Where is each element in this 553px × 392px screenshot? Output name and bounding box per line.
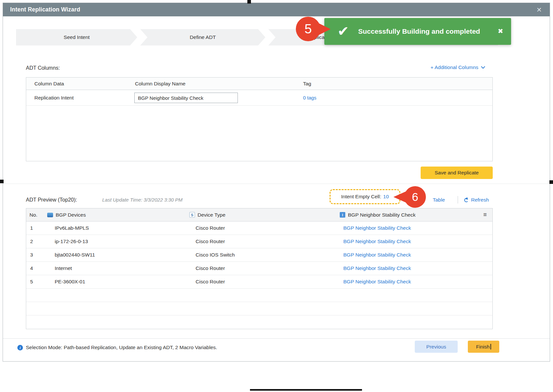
toast-close-icon[interactable]: ✖ bbox=[498, 27, 503, 35]
cell-device-type: Cisco Router bbox=[188, 222, 338, 235]
header-device-type: S Device Type bbox=[188, 208, 338, 221]
cell-no: 1 bbox=[26, 222, 45, 235]
step-define-adt[interactable]: Define ADT bbox=[140, 29, 265, 45]
intent-replication-wizard-dialog: Intent Replication Wizard ✕ Seed Intent … bbox=[3, 3, 550, 362]
table-row: 1 IPv6Lab-MPLS Cisco Router BGP Neighbor… bbox=[26, 222, 492, 235]
cell-menu bbox=[478, 262, 492, 275]
section-divider bbox=[3, 184, 550, 184]
refresh-label: Refresh bbox=[471, 197, 489, 203]
table-row-empty bbox=[26, 302, 492, 315]
table-row: 4 Internet Cisco Router BGP Neighbor Sta… bbox=[26, 262, 492, 275]
additional-columns-link[interactable]: + Additional Columns bbox=[430, 64, 485, 70]
info-icon: i bbox=[17, 345, 23, 350]
header-intent-label: BGP Neighbor Stability Check bbox=[348, 212, 415, 218]
success-toast: ✔ Successfully Building and completed ✖ bbox=[324, 18, 511, 45]
selection-mode-text: Selection Mode: Path-based Replication, … bbox=[26, 342, 217, 353]
intent-link[interactable]: BGP Neighbor Stability Check bbox=[343, 239, 411, 244]
device-icon bbox=[47, 213, 53, 217]
check-icon: ✔ bbox=[337, 25, 349, 38]
intent-empty-cell-label: Intent Empty Cell: bbox=[341, 194, 381, 200]
toast-message: Successfully Building and completed bbox=[358, 27, 480, 35]
cell-menu bbox=[478, 222, 492, 235]
refresh-link[interactable]: Refresh bbox=[464, 193, 489, 207]
previous-button[interactable]: Previous bbox=[415, 341, 458, 353]
cell-device: Internet bbox=[45, 262, 188, 275]
adt-columns-row: Replication Intent 0 tags bbox=[26, 90, 492, 106]
table-row: 2 ip-172-26-0-13 Cisco Router BGP Neighb… bbox=[26, 235, 492, 248]
cell-no: 5 bbox=[26, 275, 45, 288]
table-row-empty bbox=[26, 289, 492, 302]
cell-device-type: Cisco Router bbox=[188, 275, 338, 288]
cell-device: bjta002440-SW11 bbox=[45, 248, 188, 261]
annotation-callout-6: 6 bbox=[404, 186, 426, 208]
cell-device-type: Cisco Router bbox=[188, 262, 338, 275]
screen: Intent Replication Wizard ✕ Seed Intent … bbox=[0, 0, 553, 392]
column-menu-icon[interactable]: ≡ bbox=[478, 208, 492, 221]
intent-type-icon: I bbox=[340, 212, 345, 218]
dialog-titlebar: Intent Replication Wizard ✕ bbox=[3, 3, 550, 16]
finish-button-label: Finish bbox=[476, 344, 489, 350]
table-row-empty bbox=[26, 315, 492, 329]
intent-link[interactable]: BGP Neighbor Stability Check bbox=[343, 252, 411, 258]
callout-number: 6 bbox=[412, 190, 418, 204]
callout-number: 5 bbox=[304, 22, 312, 36]
selection-line bbox=[250, 389, 362, 391]
finish-button[interactable]: Finish bbox=[468, 341, 499, 353]
text-cursor bbox=[490, 344, 491, 349]
selection-handle-left[interactable] bbox=[0, 180, 4, 183]
intent-empty-cell-value: 10 bbox=[383, 194, 389, 200]
save-and-replicate-button[interactable]: Save and Replicate bbox=[421, 167, 493, 179]
toolbar-divider bbox=[458, 196, 458, 204]
table-row: 3 bjta002440-SW11 Cisco IOS Switch BGP N… bbox=[26, 248, 492, 262]
annotation-callout-5: 5 bbox=[296, 17, 320, 41]
header-column-data: Column Data bbox=[34, 78, 64, 90]
cell-device: ip-172-26-0-13 bbox=[45, 235, 188, 248]
cell-no: 4 bbox=[26, 262, 45, 275]
cell-menu bbox=[478, 275, 492, 288]
header-no: No. bbox=[26, 208, 45, 221]
intent-link[interactable]: BGP Neighbor Stability Check bbox=[343, 225, 411, 231]
table-link[interactable]: Table bbox=[433, 193, 445, 207]
adt-columns-label: ADT Columns: bbox=[26, 65, 60, 71]
header-display-name: Column Display Name bbox=[135, 78, 185, 90]
cell-device-type: Cisco IOS Switch bbox=[188, 248, 338, 261]
additional-columns-text: + Additional Columns bbox=[430, 64, 478, 70]
cell-device-type: Cisco Router bbox=[188, 235, 338, 248]
header-bgp-devices-label: BGP Devices bbox=[56, 212, 86, 218]
intent-empty-cell-highlight: Intent Empty Cell: 10 bbox=[330, 189, 400, 204]
cell-no: 3 bbox=[26, 248, 45, 261]
cell-menu bbox=[478, 235, 492, 248]
tags-link[interactable]: 0 tags bbox=[303, 90, 316, 106]
cell-device: IPv6Lab-MPLS bbox=[45, 222, 188, 235]
header-intent: I BGP Neighbor Stability Check bbox=[338, 208, 478, 221]
cell-menu bbox=[478, 248, 492, 261]
adt-columns-table: Column Data Column Display Name Tag Repl… bbox=[26, 77, 493, 161]
dialog-close-icon[interactable]: ✕ bbox=[536, 6, 542, 14]
preview-table-header: No. BGP Devices S Device Type I BGP Neig… bbox=[26, 208, 492, 222]
footer-divider bbox=[3, 338, 550, 339]
table-row: 5 PE-3600X-01 Cisco Router BGP Neighbor … bbox=[26, 275, 492, 289]
last-update-time: Last Update Time: 3/3/2022 3:30 PM bbox=[102, 193, 182, 207]
refresh-icon bbox=[464, 198, 468, 202]
cell-column-data: Replication Intent bbox=[34, 90, 74, 106]
adt-preview-label: ADT Preview (Top20): bbox=[26, 193, 77, 207]
adt-columns-table-header: Column Data Column Display Name Tag bbox=[26, 78, 492, 90]
string-type-icon: S bbox=[189, 212, 195, 218]
intent-link[interactable]: BGP Neighbor Stability Check bbox=[343, 265, 411, 271]
cell-no: 2 bbox=[26, 235, 45, 248]
selection-handle-top[interactable] bbox=[247, 0, 251, 4]
cell-device: PE-3600X-01 bbox=[45, 275, 188, 288]
step-seed-intent[interactable]: Seed Intent bbox=[16, 29, 137, 45]
step-label: Define ADT bbox=[190, 34, 216, 40]
adt-preview-table: No. BGP Devices S Device Type I BGP Neig… bbox=[26, 208, 493, 329]
dialog-title: Intent Replication Wizard bbox=[10, 6, 80, 13]
display-name-input[interactable] bbox=[134, 93, 238, 103]
chevron-down-icon bbox=[481, 64, 485, 69]
selection-handle-right[interactable] bbox=[549, 180, 553, 184]
intent-link[interactable]: BGP Neighbor Stability Check bbox=[343, 279, 411, 285]
header-device-type-label: Device Type bbox=[198, 212, 225, 218]
step-label: Seed Intent bbox=[64, 34, 89, 40]
header-tag: Tag bbox=[303, 78, 311, 90]
header-bgp-devices: BGP Devices bbox=[45, 208, 188, 221]
